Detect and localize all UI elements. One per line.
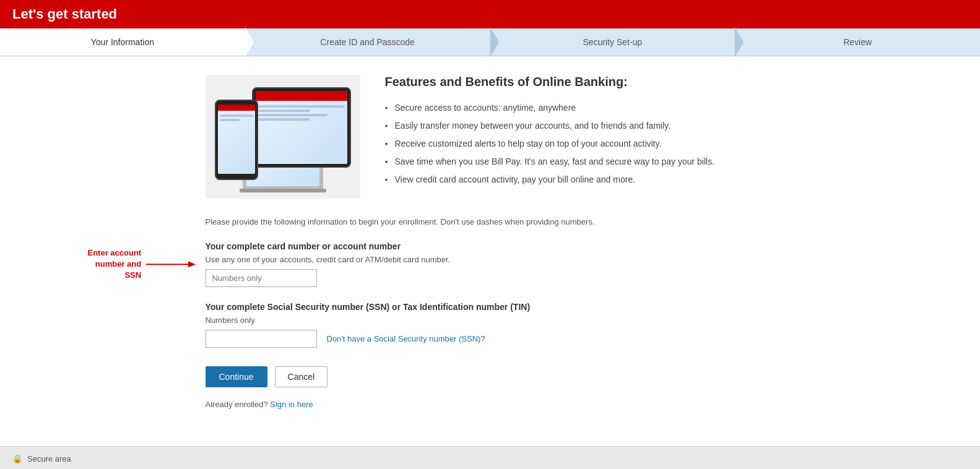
- step-review[interactable]: Review: [735, 28, 980, 56]
- footer: 🔒 Secure area: [0, 446, 980, 469]
- top-section: Features and Benefits of Online Banking:…: [206, 75, 775, 199]
- steps-bar: Your Information Create ID and Passcode …: [0, 28, 980, 56]
- no-ssn-link[interactable]: Don't have a Social Security number (SSN…: [327, 334, 485, 343]
- step-create-id-passcode[interactable]: Create ID and Passcode: [245, 28, 490, 56]
- already-enrolled-text: Already enrolled?: [206, 400, 268, 409]
- ssn-input[interactable]: [206, 330, 317, 348]
- cancel-button[interactable]: Cancel: [275, 366, 328, 387]
- benefit-item-1: Secure access to accounts: anytime, anyw…: [385, 99, 775, 117]
- main-content: Features and Benefits of Online Banking:…: [193, 56, 787, 446]
- lock-icon: 🔒: [12, 454, 22, 463]
- card-number-label: Your complete card number or account num…: [206, 241, 775, 251]
- ssn-field-row: Don't have a Social Security number (SSN…: [206, 330, 775, 348]
- secure-text: Secure area: [27, 454, 71, 463]
- header-title: Let's get started: [12, 6, 117, 22]
- annotation-arrow: [146, 258, 196, 270]
- annotation-text: Enter accountnumber andSSN: [88, 248, 142, 280]
- page-header: Let's get started: [0, 0, 980, 28]
- step-security-setup[interactable]: Security Set-up: [490, 28, 735, 56]
- benefit-item-2: Easily transfer money between your accou…: [385, 117, 775, 135]
- ssn-field-group: Your complete Social Security number (SS…: [206, 302, 775, 348]
- benefits-section: Features and Benefits of Online Banking:…: [385, 75, 775, 199]
- svg-marker-1: [188, 261, 196, 267]
- sign-in-link[interactable]: Sign in here: [270, 400, 313, 409]
- card-number-input[interactable]: [206, 269, 317, 287]
- card-number-group: Enter accountnumber andSSN Your complete…: [206, 241, 775, 287]
- ssn-sublabel: Numbers only: [206, 316, 775, 325]
- step-your-information[interactable]: Your Information: [0, 28, 245, 56]
- device-image: [206, 75, 360, 199]
- button-row: Continue Cancel: [206, 366, 775, 387]
- ssn-label: Your complete Social Security number (SS…: [206, 302, 775, 312]
- benefit-item-3: Receive customized alerts to help stay o…: [385, 135, 775, 153]
- continue-button[interactable]: Continue: [206, 366, 267, 387]
- benefit-item-5: View credit card account activity, pay y…: [385, 171, 775, 189]
- card-number-sublabel: Use any one of your accounts, credit car…: [206, 255, 775, 264]
- benefit-item-4: Save time when you use Bill Pay. It's an…: [385, 153, 775, 171]
- card-number-field-group: Your complete card number or account num…: [206, 241, 775, 287]
- annotation-area: Enter accountnumber andSSN: [88, 247, 196, 281]
- form-section: Please provide the following information…: [206, 217, 775, 409]
- form-instructions: Please provide the following information…: [206, 217, 775, 226]
- already-enrolled: Already enrolled? Sign in here: [206, 400, 775, 409]
- benefits-title: Features and Benefits of Online Banking:: [385, 75, 775, 89]
- benefits-list: Secure access to accounts: anytime, anyw…: [385, 99, 775, 189]
- arrow-icon: [146, 258, 196, 270]
